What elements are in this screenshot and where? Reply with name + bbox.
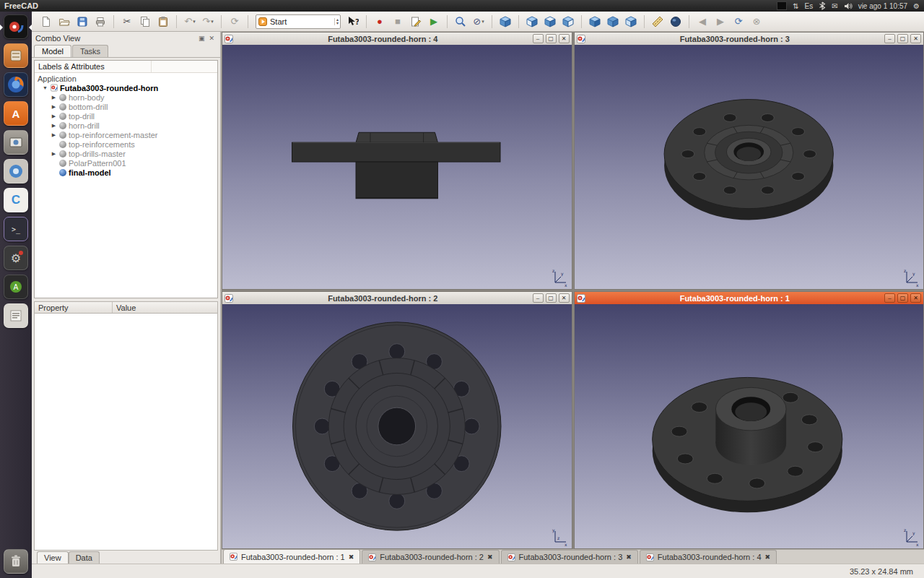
launcher-item-audio-app[interactable]: A <box>4 275 28 299</box>
launcher-item-messaging[interactable] <box>4 159 28 184</box>
minimize-button[interactable]: – <box>533 293 544 303</box>
session-gear-icon[interactable]: ⚙ <box>913 2 920 10</box>
save-button[interactable] <box>74 14 91 30</box>
launcher-item-editor[interactable] <box>4 303 28 328</box>
collapse-arrow-icon[interactable]: ▼ <box>42 85 48 90</box>
launcher-item-firefox[interactable] <box>4 72 28 97</box>
viewport-3d[interactable]: z y x <box>222 45 572 289</box>
tree-root-application[interactable]: Application <box>35 74 217 83</box>
tree-item[interactable]: ▶ top-reinforcements <box>35 139 217 149</box>
property-list[interactable] <box>34 314 218 551</box>
document-tab-4[interactable]: Futaba3003-rounded-horn : 4 ✖ <box>640 550 777 564</box>
stereo-view-button[interactable] <box>667 14 684 30</box>
macro-record-button[interactable]: ● <box>371 14 388 30</box>
view-isometric-button[interactable] <box>497 14 514 30</box>
expand-arrow-icon[interactable]: ▶ <box>51 151 57 157</box>
viewport-window-2[interactable]: Futaba3003-rounded-horn : 2 – ▢ ✕ <box>222 291 572 549</box>
minimize-button[interactable]: – <box>533 34 544 43</box>
maximize-button[interactable]: ▢ <box>546 293 557 303</box>
close-button[interactable]: ✕ <box>910 293 921 303</box>
copy-button[interactable] <box>136 14 154 30</box>
minimize-button[interactable]: – <box>884 293 895 303</box>
fit-all-button[interactable] <box>452 14 469 30</box>
whats-this-button[interactable]: ? <box>344 14 362 30</box>
mail-indicator-icon[interactable]: ✉ <box>832 2 837 10</box>
launcher-item-software-center[interactable]: A <box>4 101 28 126</box>
draw-style-button[interactable]: ⊘▾ <box>470 14 487 30</box>
macro-stop-button[interactable]: ■ <box>389 14 406 30</box>
window-titlebar[interactable]: Futaba3003-rounded-horn : 4 – ▢ ✕ <box>222 33 572 45</box>
measure-distance-button[interactable] <box>649 14 666 30</box>
tree-item[interactable]: ▶ bottom-drill <box>35 102 217 111</box>
view-rear-button[interactable] <box>586 14 603 30</box>
panel-float-icon[interactable]: ▣ <box>196 35 207 42</box>
view-top-button[interactable] <box>541 14 559 30</box>
launcher-item-files[interactable] <box>4 43 28 68</box>
viewport-window-3[interactable]: Futaba3003-rounded-horn : 3 – ▢ ✕ <box>574 32 924 290</box>
property-column-header[interactable]: Property <box>35 302 113 313</box>
panel-close-icon[interactable]: ✕ <box>206 35 217 42</box>
redo-button[interactable]: ↷▾ <box>199 14 217 30</box>
viewport-3d[interactable]: z y x <box>575 304 924 548</box>
tree-item[interactable]: ▶ horn-body <box>35 92 217 102</box>
tab-model[interactable]: Model <box>34 45 71 57</box>
view-left-button[interactable] <box>622 14 640 30</box>
tree-item[interactable]: ▶ top-drills-master <box>35 149 217 158</box>
tab-view[interactable]: View <box>37 551 69 564</box>
tree-item[interactable]: ▶ top-reinforcement-master <box>35 130 217 139</box>
close-button[interactable]: ✕ <box>910 34 921 43</box>
close-button[interactable]: ✕ <box>559 34 570 43</box>
tree-column-header[interactable]: Labels & Attributes <box>35 61 152 72</box>
expand-arrow-icon[interactable]: ▶ <box>51 95 57 100</box>
keyboard-layout-indicator[interactable]: Es <box>805 2 814 10</box>
window-titlebar[interactable]: Futaba3003-rounded-horn : 2 – ▢ ✕ <box>222 292 572 304</box>
expand-arrow-icon[interactable]: ▶ <box>51 132 57 138</box>
tree-item[interactable]: ▶ PolarPattern001 <box>35 158 217 168</box>
document-tab-2[interactable]: Futaba3003-rounded-horn : 2 ✖ <box>362 550 499 564</box>
tab-close-icon[interactable]: ✖ <box>487 553 493 561</box>
cut-button[interactable]: ✂ <box>118 14 136 30</box>
tree-item-document[interactable]: ▼ Futaba3003-rounded-horn <box>35 83 217 92</box>
window-titlebar[interactable]: Futaba3003-rounded-horn : 3 – ▢ ✕ <box>575 33 924 45</box>
value-column-header[interactable]: Value <box>113 302 139 313</box>
maximize-button[interactable]: ▢ <box>897 34 908 43</box>
workbench-selector[interactable]: Start ▴▾ <box>256 14 341 29</box>
minimize-button[interactable]: – <box>884 34 895 43</box>
tree-item-final-model[interactable]: ▶ final-model <box>35 168 217 177</box>
tab-data[interactable]: Data <box>69 551 100 564</box>
new-file-button[interactable] <box>38 14 55 30</box>
window-titlebar-active[interactable]: Futaba3003-rounded-horn : 1 – ▢ ✕ <box>575 292 924 304</box>
launcher-item-browser[interactable]: C <box>4 188 28 212</box>
maximize-button[interactable]: ▢ <box>897 293 908 303</box>
nav-stop-button[interactable]: ⊗ <box>748 14 765 30</box>
nav-back-button[interactable]: ◀ <box>694 14 711 30</box>
document-tab-1[interactable]: Futaba3003-rounded-horn : 1 ✖ <box>223 549 360 564</box>
expand-arrow-icon[interactable]: ▶ <box>51 113 57 119</box>
viewport-window-1[interactable]: Futaba3003-rounded-horn : 1 – ▢ ✕ <box>574 291 924 549</box>
close-button[interactable]: ✕ <box>559 293 570 303</box>
launcher-item-settings[interactable]: ⚙ <box>4 246 28 270</box>
nav-forward-button[interactable]: ▶ <box>712 14 729 30</box>
indicator-app-icon[interactable] <box>777 1 787 10</box>
refresh-button[interactable]: ⟳ <box>226 14 243 30</box>
viewport-3d[interactable]: z y x <box>575 45 924 289</box>
undo-button[interactable]: ↶▾ <box>181 14 199 30</box>
bluetooth-icon[interactable] <box>819 1 826 10</box>
macro-edit-button[interactable] <box>407 14 424 30</box>
tab-close-icon[interactable]: ✖ <box>765 553 771 561</box>
viewport-window-4[interactable]: Futaba3003-rounded-horn : 4 – ▢ ✕ <box>222 32 572 290</box>
paste-button[interactable] <box>154 14 172 30</box>
tree-item[interactable]: ▶ horn-drill <box>35 121 217 130</box>
workbench-spinner[interactable]: ▴▾ <box>334 18 339 25</box>
maximize-button[interactable]: ▢ <box>546 34 557 43</box>
nav-refresh-button[interactable]: ⟳ <box>730 14 747 30</box>
print-button[interactable] <box>92 14 109 30</box>
volume-icon[interactable] <box>844 2 853 10</box>
launcher-item-photos[interactable] <box>4 130 28 155</box>
view-right-button[interactable] <box>559 14 577 30</box>
macro-play-button[interactable]: ▶ <box>425 14 443 30</box>
tab-tasks[interactable]: Tasks <box>72 45 108 57</box>
tree-item[interactable]: ▶ top-drill <box>35 111 217 121</box>
document-tab-3[interactable]: Futaba3003-rounded-horn : 3 ✖ <box>501 550 638 564</box>
clock-indicator[interactable]: vie ago 1 10:57 <box>858 2 907 10</box>
